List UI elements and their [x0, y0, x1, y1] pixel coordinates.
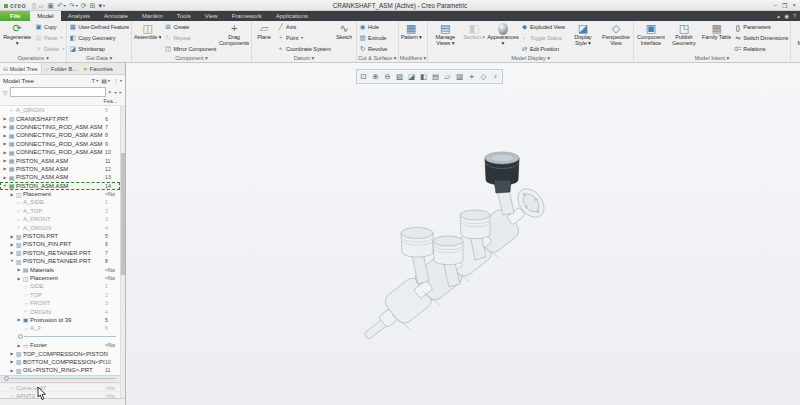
appearances-button[interactable]: Appearances ▾ [487, 22, 519, 54]
show-options-icon[interactable]: ⋮▾ [113, 77, 122, 84]
tab-file[interactable]: File [0, 11, 30, 21]
paste-button[interactable]: ▤Paste▾ [35, 33, 64, 43]
settings-icon[interactable]: ▤▾ [101, 77, 110, 84]
group-label-cut-surface[interactable]: Cut & Surface ▾ [358, 54, 397, 62]
save-button[interactable]: ▣ [47, 2, 54, 9]
customize-button[interactable]: ▾▾ [98, 2, 105, 9]
insert-here-locator[interactable] [0, 333, 120, 341]
switch-dimensions-button[interactable]: ⇋Switch Dimensions [734, 33, 788, 43]
point-button[interactable]: +Point▾ [277, 33, 331, 43]
tree-item-piston-pin-prt[interactable]: ▶▥PISTON_PIN.PRT6 [0, 240, 120, 248]
close-button[interactable]: × [792, 2, 796, 9]
maximize-button[interactable]: ❐ [782, 2, 787, 9]
tree-item-footer[interactable]: ▶▭Footer<No [0, 341, 120, 349]
drag-components-button[interactable]: +Drag Components [218, 22, 250, 54]
tree-item-connecting-rod-asm-asm[interactable]: ▶▦CONNECTING_ROD_ASM.ASM10 [0, 148, 120, 156]
group-label-investigate[interactable]: Investigate ▾ [792, 54, 800, 62]
regenerate-button[interactable]: ⟳Regenerate ▾ [1, 22, 33, 54]
relations-button[interactable]: d=Relations [734, 44, 788, 54]
navigator-tab-folder-b[interactable]: ▱Folder B... [42, 63, 80, 74]
piston-3[interactable] [460, 210, 490, 239]
filter-add-icon[interactable]: + [118, 89, 122, 95]
piston-1[interactable] [401, 228, 433, 258]
piston-2[interactable] [433, 236, 463, 265]
tree-item-materials[interactable]: ▶▤Materials<No [0, 265, 120, 273]
parameters-button[interactable]: ()Parameters [734, 22, 788, 32]
undo-button[interactable]: ↶▾ [57, 2, 66, 9]
sketch-button[interactable]: ∿Sketch [333, 22, 355, 54]
copy-button[interactable]: ▣Copy [35, 22, 64, 32]
revolve-button[interactable]: ↻Revolve [359, 44, 387, 54]
axis-button[interactable]: ╱Axis [277, 22, 331, 32]
tree-item-placement[interactable]: ▶◫Placement<No [0, 190, 120, 198]
group-label-modifiers[interactable]: Modifiers ▾ [400, 54, 427, 62]
tree-item-piston-asm-asm[interactable]: ▼▦PISTON_ASM.ASM14 [0, 182, 120, 190]
tree-item-piston-retainer-prt[interactable]: ▶▥PISTON_RETAINER.PRT7 [0, 249, 120, 257]
help-icon[interactable]: ? [793, 13, 796, 19]
connect-icon[interactable]: ◉ [784, 13, 789, 19]
tree-item-a-origin[interactable]: ⌖A_ORIGIN4 [0, 223, 120, 231]
graphics-area[interactable]: ⊡⊕⊖▧◪◧▤▱▨⌖◇› [126, 63, 800, 405]
tree-item-connecting-rod-asm-asm[interactable]: ▶▦CONNECTING_ROD_ASM.ASM7 [0, 123, 120, 131]
group-label-operations[interactable]: Operations ▾ [1, 54, 65, 62]
navigator-tab-favorites[interactable]: ★Favorites [80, 63, 116, 74]
navigator-tab-model-tree[interactable]: ⊟Model Tree [0, 63, 42, 74]
tree-item-oil-piston-ring-prt[interactable]: ▶▥OIL<PISTON_RING>.PRT11 [0, 366, 120, 374]
coordinate-system-button[interactable]: ⌖Coordinate System [277, 44, 331, 54]
minimize-button[interactable]: – [774, 2, 777, 9]
tree-vertical-scrollbar[interactable] [120, 106, 125, 398]
tab-annotate[interactable]: Annotate [97, 11, 135, 21]
new-file-button[interactable]: ▯ [32, 2, 36, 9]
display-style-button[interactable]: ◪Display Style ▾ [567, 22, 599, 54]
crankshaft-part[interactable] [361, 206, 525, 341]
tree-horizontal-scrollbar[interactable] [0, 398, 125, 405]
redo-button[interactable]: ↷▾ [69, 2, 78, 9]
regenerate-small-button[interactable]: ⟳ [81, 2, 87, 9]
tree-item-a-origin[interactable]: ⌖A_ORIGIN5 [0, 106, 120, 114]
tree-item-piston-prt[interactable]: ▶▥PISTON.PRT5 [0, 232, 120, 240]
filters-icon[interactable]: T▾ [92, 77, 99, 84]
plane-button[interactable]: ▱Plane [253, 22, 275, 54]
assemble-button[interactable]: ◫Assemble ▾ [133, 22, 162, 54]
edit-position-button[interactable]: ⇄Edit Position [521, 44, 565, 54]
minimize-ribbon-icon[interactable]: ▴ [777, 13, 780, 19]
tree-item-top-compression-piston-ri[interactable]: ▶▥TOP_COMPRESSION<PISTON_RI9 [0, 349, 120, 357]
tab-manikin[interactable]: Manikin [135, 11, 170, 21]
publish-geometry-button[interactable]: ◳Publish Geometry [668, 22, 700, 54]
crankshaft-assembly-model[interactable] [126, 63, 800, 405]
tree-item-curve-id-47[interactable]: ∿Curve id 47<No [0, 383, 120, 391]
extrude-button[interactable]: ▥Extrude [359, 33, 387, 43]
piston-4-active[interactable] [485, 152, 519, 193]
perspective-view-button[interactable]: ◇Perspective View [600, 22, 632, 54]
group-label-model-intent[interactable]: Model Intent ▾ [635, 54, 789, 62]
tree-item-origin[interactable]: ⌖ORIGIN4 [0, 307, 120, 315]
tree-item-crankshaft-prt[interactable]: ▶▥CRANKSHAFT.PRT6 [0, 114, 120, 122]
create-button[interactable]: ⊞Create [164, 22, 216, 32]
tree-item-connecting-rod-asm-asm[interactable]: ▶▦CONNECTING_ROD_ASM.ASM8 [0, 131, 120, 139]
repeat-button[interactable]: ↻Repeat [164, 33, 216, 43]
windows-button[interactable]: ⊞ [90, 2, 96, 9]
group-label-datum[interactable]: Datum ▾ [253, 54, 355, 62]
tab-model[interactable]: Model [30, 11, 60, 21]
tree-item-top[interactable]: ▱TOP2 [0, 291, 120, 299]
tree-item-bottom-compression-pist[interactable]: ▶▥BOTTOM_COMPRESSION<PIST10 [0, 358, 120, 366]
hole-button[interactable]: ◉Hole [359, 22, 387, 32]
group-label-model-display[interactable]: Model Display ▾ [429, 54, 632, 62]
tab-framework[interactable]: Framework [225, 11, 269, 21]
tab-view[interactable]: View [198, 11, 225, 21]
open-button[interactable]: ▱ [39, 2, 44, 9]
manage-views-button[interactable]: ▤Manage Views ▾ [429, 22, 461, 54]
pattern-button[interactable]: ▦Pattern ▾ [400, 22, 423, 54]
tree-item-front[interactable]: ▱FRONT3 [0, 299, 120, 307]
tree-item-a-side[interactable]: ▱A_SIDE1 [0, 198, 120, 206]
tree-item-side[interactable]: ▱SIDE1 [0, 282, 120, 290]
tree-item-a-top[interactable]: ▱A_TOP2 [0, 207, 120, 215]
filter-caret-icon[interactable]: ▾ [114, 90, 116, 95]
tab-tools[interactable]: Tools [170, 11, 198, 21]
tree-item-a-3[interactable]: ▱A_36 [0, 324, 120, 332]
component-interface-button[interactable]: ▣Component Interface [635, 22, 667, 54]
tree-item-piston-retainer-prt[interactable]: ▼▥PISTON_RETAINER.PRT8 [0, 257, 120, 265]
bill-of-materials-button[interactable]: ▤Bill of Materials [792, 22, 800, 54]
filter-clear-icon[interactable]: × [108, 89, 112, 95]
tree-item-apnt0[interactable]: +APNT0<No [0, 391, 120, 398]
